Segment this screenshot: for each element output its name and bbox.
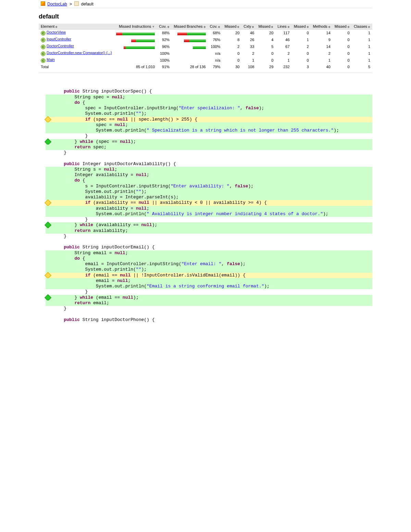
source-text: Integer availability = null; bbox=[53, 172, 149, 177]
cell-cxty: 1 bbox=[241, 57, 256, 64]
table-row: CDoctorView88%68%20462011701401 bbox=[39, 29, 372, 37]
cell-cov2: 76% bbox=[208, 36, 223, 43]
source-line: String s = null; bbox=[46, 167, 372, 172]
col-cov1[interactable]: Cov.◆ bbox=[157, 24, 172, 29]
cell-missed2: 4 bbox=[256, 36, 275, 43]
source-line: System.out.println(" Specialization is a… bbox=[46, 128, 372, 133]
source-text: } while (email == null); bbox=[53, 295, 139, 300]
cell-cov1: 88% bbox=[157, 29, 172, 37]
total-cov2: 79% bbox=[208, 64, 223, 70]
element-link[interactable]: DoctorController.new Comparator() {...} bbox=[47, 51, 112, 55]
source-line: } bbox=[46, 217, 372, 222]
source-text: } bbox=[53, 234, 66, 239]
col-missed3[interactable]: Missed◆ bbox=[292, 24, 311, 29]
source-text: System.out.println("Email is a string co… bbox=[53, 284, 270, 289]
source-text: public String inputDoctorSpec() { bbox=[53, 89, 152, 94]
source-line: } bbox=[46, 234, 372, 239]
col-missed-branches[interactable]: Missed Branches◆ bbox=[172, 24, 208, 29]
source-line: System.out.println("Email is a string co… bbox=[46, 284, 372, 289]
source-text: System.out.println(""); bbox=[53, 189, 147, 194]
source-line: do { bbox=[46, 256, 372, 261]
source-text: return spec; bbox=[53, 145, 107, 150]
source-text: s = InputController.inputString("Enter a… bbox=[53, 184, 253, 189]
source-line: System.out.println(" Availability is int… bbox=[46, 211, 372, 217]
col-lines[interactable]: Lines◆ bbox=[275, 24, 291, 29]
source-text: System.out.println(""); bbox=[53, 267, 147, 272]
source-line: spec = InputController.inputString("Ente… bbox=[46, 106, 372, 111]
col-element[interactable]: Element◆ bbox=[39, 24, 114, 29]
source-text: availability = Integer.parseInt(s); bbox=[53, 195, 179, 200]
col-cxty[interactable]: Cxty◆ bbox=[241, 24, 256, 29]
element-link[interactable]: DoctorView bbox=[47, 30, 66, 34]
cell-element: CMain bbox=[39, 57, 114, 64]
col-classes[interactable]: Classes◆ bbox=[352, 24, 372, 29]
source-text: email = InputController.inputString("Ent… bbox=[53, 261, 246, 267]
source-text: public String inputDoctorEmail() { bbox=[53, 245, 154, 250]
cell-instr-bar bbox=[114, 29, 157, 37]
total-cxty: 108 bbox=[241, 64, 256, 70]
source-line: if (availability == null || availability… bbox=[46, 200, 372, 206]
cell-missed1: 8 bbox=[222, 36, 241, 43]
breadcrumb-current: default bbox=[81, 2, 94, 7]
col-missed2[interactable]: Missed◆ bbox=[256, 24, 275, 29]
cell-cov1: 100% bbox=[157, 50, 172, 57]
cell-cxty: 46 bbox=[241, 29, 256, 37]
source-line: public String inputDoctorPhone() { bbox=[46, 317, 372, 323]
cell-cxty: 33 bbox=[241, 43, 256, 50]
cell-missed3: 0 bbox=[292, 29, 311, 37]
element-link[interactable]: DoctorController bbox=[47, 44, 74, 48]
col-missed-instructions[interactable]: Missed Instructions▼ bbox=[114, 24, 157, 29]
col-methods[interactable]: Methods◆ bbox=[311, 24, 333, 29]
source-text: String email = null; bbox=[53, 250, 128, 256]
source-line: public String inputDoctorSpec() { bbox=[46, 89, 372, 94]
source-line: availability = Integer.parseInt(s); bbox=[46, 195, 372, 200]
coverage-bar bbox=[184, 39, 206, 41]
table-row: CDoctorController.new Comparator() {...}… bbox=[39, 50, 372, 57]
source-line: do { bbox=[46, 178, 372, 183]
cell-missed4: 0 bbox=[333, 29, 352, 37]
coverage-table: Element◆ Missed Instructions▼ Cov.◆ Miss… bbox=[39, 24, 372, 70]
table-row: CDoctorController96%100%23356721401 bbox=[39, 43, 372, 50]
source-text bbox=[53, 239, 56, 244]
col-missed4[interactable]: Missed◆ bbox=[333, 24, 352, 29]
class-icon: C bbox=[41, 31, 46, 36]
element-link[interactable]: Main bbox=[47, 58, 55, 62]
cell-branch-bar bbox=[172, 43, 208, 50]
source-line: } bbox=[46, 306, 372, 311]
cell-missed4: 0 bbox=[333, 36, 352, 43]
cell-classes: 1 bbox=[352, 36, 372, 43]
cell-missed1: 0 bbox=[222, 57, 241, 64]
col-missed1[interactable]: Missed◆ bbox=[222, 24, 241, 29]
source-text: return availability; bbox=[53, 228, 128, 233]
breadcrumb-separator: > bbox=[70, 2, 72, 7]
source-text: public Integer inputDoctorAvailability()… bbox=[53, 161, 176, 166]
cell-instr-bar bbox=[114, 43, 157, 50]
source-line: } while (email == null); bbox=[46, 295, 372, 300]
class-icon: C bbox=[41, 45, 46, 49]
cell-cov2: n/a bbox=[208, 50, 223, 57]
element-link[interactable]: InputController bbox=[47, 37, 71, 41]
source-text: do { bbox=[53, 100, 85, 105]
cell-missed2: 0 bbox=[256, 50, 275, 57]
source-line: if (spec == null || spec.length() > 255)… bbox=[46, 117, 372, 122]
branch-partial-icon bbox=[45, 199, 51, 206]
cell-branch-bar bbox=[172, 36, 208, 43]
cell-element: CDoctorController bbox=[39, 43, 114, 50]
cell-methods: 14 bbox=[311, 43, 333, 50]
cell-classes: 1 bbox=[352, 57, 372, 64]
source-text bbox=[53, 311, 56, 317]
source-line: email = null; bbox=[46, 278, 372, 284]
package-icon bbox=[74, 1, 79, 6]
source-line: } bbox=[46, 150, 372, 156]
cell-cxty: 2 bbox=[241, 50, 256, 57]
source-line: if (email == null || !InputController.is… bbox=[46, 273, 372, 278]
cell-methods: 14 bbox=[311, 29, 333, 37]
col-cov2[interactable]: Cov.◆ bbox=[208, 24, 223, 29]
cell-cov1: 96% bbox=[157, 43, 172, 50]
cell-classes: 1 bbox=[352, 29, 372, 37]
branch-partial-icon bbox=[45, 116, 51, 123]
breadcrumb-root-link[interactable]: DoctocLab bbox=[47, 2, 67, 7]
cell-classes: 1 bbox=[352, 50, 372, 57]
source-line bbox=[46, 156, 372, 161]
total-branch: 28 of 136 bbox=[172, 64, 208, 70]
